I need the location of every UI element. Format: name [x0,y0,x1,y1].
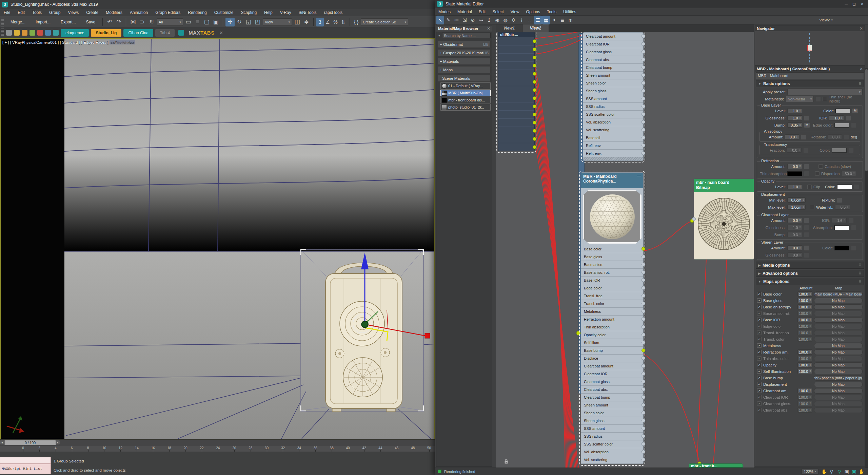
slot-socket[interactable] [642,348,645,352]
slot-socket[interactable] [642,73,645,77]
maxtabs-bucket-icon[interactable] [178,30,184,36]
thin-absorption-swatch[interactable] [787,171,802,176]
material-map-browser-toggle-icon[interactable]: ☰ [534,16,542,24]
params-close-icon[interactable]: ✕ [860,66,863,71]
map-amount-spinner[interactable]: 100.0⇕ [797,324,812,329]
map-slot-button[interactable]: No Map [814,369,863,374]
angle-snap-icon[interactable]: ∠ [324,18,332,26]
menu-item[interactable]: SiNi Tools [295,9,320,16]
map-channel-checkbox[interactable]: ✔ [757,395,762,399]
time-back-arrow[interactable]: ◂ [0,440,4,444]
map-slot-button[interactable]: No Map [814,324,863,329]
node-slot[interactable]: Sheen gloss. [581,417,643,425]
multisub-socket[interactable] [533,121,536,125]
slot-socket[interactable] [642,270,645,274]
map-channel-checkbox[interactable]: ✔ [757,292,762,296]
map-slot-button[interactable]: No Map [814,362,863,368]
map-channel-checkbox[interactable]: ✔ [757,388,762,393]
slate-menu-item[interactable]: Material [454,10,475,14]
browser-group-row[interactable]: + Casper 2019-2019.matLIB [438,49,491,56]
multisub-socket[interactable] [533,104,536,108]
multisub-slot[interactable] [498,86,534,94]
node-slot[interactable]: Base gloss. [581,253,643,261]
node-slot[interactable]: Self-illum. [581,339,643,347]
metalness-dropdown[interactable]: Non-metal▾ [786,96,814,102]
delete-selected-icon[interactable]: ⊘ [469,16,477,24]
map-channel-checkbox[interactable]: ✔ [757,318,762,322]
save-button[interactable]: Save [81,18,100,26]
view-tab[interactable]: View1 [496,24,522,32]
bitmap-node-title[interactable]: mbr - main board [696,180,752,185]
slate-menu-item[interactable]: Edit [475,10,489,14]
menu-item[interactable]: Help [260,9,276,16]
navigator-minimap[interactable] [755,31,865,66]
document-red-icon[interactable] [37,30,43,36]
viewport-label[interactable]: [ + ] [ VRayPhysicalCamera001 ] [ Standa… [2,40,135,44]
hierarchy-icon[interactable]: ⊶ [477,16,485,24]
mirror-icon[interactable]: ◫ [293,18,302,26]
sheen-amount-spinner[interactable]: 0.0⇕ [787,245,802,250]
multisub-slot[interactable] [498,94,534,102]
map-slot-button[interactable]: No Map [814,382,863,387]
map-channel-checkbox[interactable]: ✔ [757,311,762,316]
map-amount-spinner[interactable]: 100.0⇕ [797,369,812,374]
node-slot[interactable]: Clearcoat amount [583,33,643,40]
node-slot[interactable]: Displace [581,355,643,362]
aniso-amount-map-button[interactable] [801,134,806,140]
disp-min-spinner[interactable]: 0.0cm⇕ [787,197,806,203]
window-crossing-icon[interactable]: ▣ [211,18,220,26]
water-level-checkbox[interactable] [810,205,814,209]
menu-item[interactable]: Create [82,9,102,16]
node-slot[interactable]: Refr. env. [583,150,643,157]
slot-socket[interactable] [642,309,645,313]
slot-socket[interactable] [642,458,645,461]
slot-socket[interactable] [642,128,645,132]
node-slot[interactable]: Base color [581,245,643,253]
bitmap-output-socket[interactable] [692,217,696,221]
save-scene-icon[interactable] [14,30,20,36]
menu-item[interactable]: Tools [28,9,45,16]
scene-material-item[interactable]: MBR ( Multi/Sub-Obj... [440,90,491,96]
viewport-scene[interactable] [64,39,434,439]
named-selection-icon[interactable]: { } [352,18,360,26]
node-slot[interactable]: Base bump [581,347,643,355]
slot-socket[interactable] [642,42,645,46]
multisub-socket[interactable] [533,129,536,133]
multisub-socket[interactable] [533,48,536,51]
map-channel-checkbox[interactable]: ✔ [757,401,762,406]
map-channel-checkbox[interactable]: ✔ [757,363,762,367]
metalness-map-button[interactable] [815,96,821,102]
map-slot-button[interactable]: No Map [814,388,863,394]
move-tool-icon[interactable]: ✛ [225,18,235,26]
slot-socket[interactable] [642,65,645,69]
slot-socket[interactable] [642,136,645,139]
import-button[interactable]: Import... [31,18,55,26]
slate-menu-item[interactable]: Utilities [560,10,580,14]
canvas-zoom-dropdown[interactable]: 122%▾ [802,469,818,475]
multisub-socket[interactable] [533,145,536,149]
rollout-advanced-options[interactable]: ▶Advanced options⠿ [756,270,864,277]
layers-icon[interactable]: ≣ [558,16,566,24]
placement-tool-icon[interactable]: ◰ [253,18,262,26]
water-level-spinner[interactable]: 0.5⇕ [835,205,850,210]
multisub-socket[interactable] [533,137,536,141]
map-channel-checkbox[interactable]: ✔ [757,298,762,303]
node-slot[interactable]: Vol. scattering [581,456,643,464]
map-amount-spinner[interactable]: 100.0⇕ [797,298,812,303]
node-slot[interactable]: Base IOR [581,277,643,284]
menu-item[interactable]: Animation [126,9,152,16]
slot-socket[interactable] [642,104,645,108]
menu-item[interactable]: Group [45,9,64,16]
scene-material-item[interactable]: 01 - Default ( VRay... [440,82,491,89]
navigator-view-rect[interactable] [807,45,812,51]
slot-socket[interactable] [642,97,645,100]
aniso-rotation-spinner[interactable]: 0.0⇕ [828,134,842,139]
clearcoat-gloss-map-button[interactable] [804,225,809,230]
multisub-socket[interactable] [533,113,536,116]
spinner-snap-icon[interactable]: ⇅ [339,18,347,26]
map-amount-spinner[interactable]: 100.0⇕ [797,304,812,309]
node-slot[interactable]: Vol. absorption [583,118,643,126]
pan-to-selected-icon[interactable]: ✋ [858,469,865,475]
clearcoat-ior-map-button[interactable] [848,218,854,223]
node-slot[interactable]: SSS amount [583,95,643,103]
